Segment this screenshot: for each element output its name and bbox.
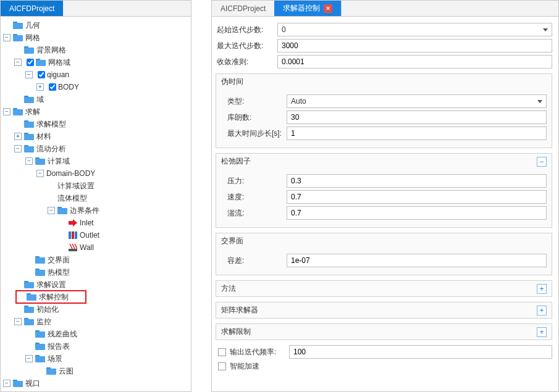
tree-node-body[interactable]: + BODY bbox=[1, 81, 191, 93]
collapse-icon[interactable]: − bbox=[3, 380, 11, 387]
tree-node-domain-leaf[interactable]: 域 bbox=[1, 93, 191, 106]
close-icon[interactable]: ✕ bbox=[324, 4, 332, 13]
node-label: 报告表 bbox=[48, 341, 70, 352]
project-tree[interactable]: 几何 − 网格 背景网格 − 网格域 − qiguan + bbox=[1, 17, 191, 391]
folder-icon bbox=[24, 120, 34, 128]
tab-label: AICFDProject bbox=[9, 4, 54, 13]
tree-node-boundary-cond[interactable]: − 边界条件 bbox=[1, 204, 191, 217]
label-max-dt: 最大时间步长[s]: bbox=[221, 128, 283, 139]
tree-node-solve-model[interactable]: 求解模型 bbox=[1, 118, 191, 130]
collapse-icon[interactable]: − bbox=[25, 157, 33, 165]
tree-node-geometry[interactable]: 几何 bbox=[1, 19, 191, 31]
toggle-placeholder bbox=[14, 96, 22, 103]
collapse-icon[interactable]: − bbox=[3, 34, 11, 41]
collapse-icon[interactable]: − bbox=[36, 170, 44, 177]
row-velocity: 速度: bbox=[221, 190, 547, 204]
node-checkbox[interactable] bbox=[27, 59, 34, 66]
input-max-dt[interactable] bbox=[287, 127, 547, 140]
node-label: qiguan bbox=[47, 70, 69, 79]
input-conv-crit[interactable] bbox=[277, 55, 552, 69]
input-courant[interactable] bbox=[287, 111, 547, 124]
tree-node-comp-domain[interactable]: − 计算域 bbox=[1, 155, 191, 167]
folder-icon bbox=[24, 318, 34, 325]
input-output-freq[interactable] bbox=[289, 345, 552, 359]
node-label: 计算域 bbox=[48, 156, 70, 167]
tree-node-cloud[interactable]: 云图 bbox=[1, 365, 191, 377]
inlet-icon bbox=[69, 219, 77, 227]
tree-node-interface[interactable]: 交界面 bbox=[1, 254, 191, 266]
tree-node-mesh[interactable]: − 网格 bbox=[1, 31, 191, 44]
node-label: 计算域设置 bbox=[57, 181, 95, 191]
collapse-icon[interactable]: − bbox=[25, 355, 33, 362]
expand-icon[interactable]: + bbox=[14, 133, 22, 140]
tree-node-solve[interactable]: − 求解 bbox=[1, 106, 191, 118]
svg-rect-3 bbox=[69, 249, 77, 251]
expand-icon[interactable]: + bbox=[537, 284, 547, 294]
checkbox-smart-accel[interactable] bbox=[218, 362, 226, 370]
tree-node-domain-settings[interactable]: 计算域设置 bbox=[1, 180, 191, 192]
node-checkbox[interactable] bbox=[38, 71, 45, 78]
select-type[interactable]: Auto bbox=[287, 94, 547, 108]
tree-node-viewport[interactable]: − 视口 bbox=[1, 377, 191, 390]
collapse-icon[interactable]: − bbox=[14, 318, 22, 325]
tree-node-background-mesh[interactable]: 背景网格 bbox=[1, 44, 191, 56]
tree-node-fluid-model[interactable]: 流体模型 bbox=[1, 192, 191, 204]
node-label: Wall bbox=[80, 243, 94, 252]
input-pressure[interactable] bbox=[287, 174, 547, 188]
collapse-icon[interactable]: − bbox=[14, 145, 22, 152]
tab-aicfdproject-left[interactable]: AICFDProject bbox=[1, 1, 63, 16]
toggle-placeholder bbox=[14, 46, 22, 54]
tree-node-report[interactable]: 报告表 bbox=[1, 340, 191, 352]
folder-icon bbox=[13, 108, 23, 115]
expand-icon[interactable]: + bbox=[537, 306, 547, 315]
tree-node-qiguan[interactable]: − qiguan bbox=[1, 69, 191, 81]
input-turb[interactable] bbox=[287, 206, 547, 220]
tree-node-inlet[interactable]: Inlet bbox=[1, 217, 191, 229]
node-label: 残差曲线 bbox=[48, 329, 77, 340]
tree-node-residual[interactable]: 残差曲线 bbox=[1, 328, 191, 340]
tree-node-wall[interactable]: Wall bbox=[1, 241, 191, 254]
row-courant: 库朗数: bbox=[221, 111, 547, 124]
tree-node-outlet[interactable]: Outlet bbox=[1, 229, 191, 241]
group-relax: 松弛因子 − 压力: 速度: 湍流: bbox=[216, 153, 552, 228]
tree-node-domain-body[interactable]: − Domain-BODY bbox=[1, 167, 191, 180]
label-courant: 库朗数: bbox=[221, 112, 283, 123]
tree-node-solve-settings[interactable]: 求解设置 bbox=[1, 278, 191, 291]
collapse-icon[interactable]: − bbox=[3, 108, 11, 115]
tab-aicfdproject-right[interactable]: AICFDProject bbox=[212, 1, 274, 16]
tree-node-monitor[interactable]: − 监控 bbox=[1, 315, 191, 328]
checkbox-output-freq[interactable] bbox=[218, 348, 226, 356]
node-label: 云图 bbox=[59, 366, 74, 377]
tab-solver-control[interactable]: 求解器控制 ✕ bbox=[274, 1, 342, 16]
collapse-icon[interactable]: − bbox=[48, 207, 55, 214]
tree-node-mesh-domain[interactable]: − 网格域 bbox=[1, 56, 191, 69]
tree-node-material[interactable]: + 材料 bbox=[1, 130, 191, 143]
collapse-icon[interactable]: − bbox=[25, 71, 33, 78]
expand-icon[interactable]: + bbox=[36, 83, 44, 91]
expand-icon[interactable]: + bbox=[537, 327, 547, 337]
tree-node-solve-control[interactable]: 求解控制 bbox=[1, 291, 191, 303]
label-velocity: 速度: bbox=[221, 192, 283, 202]
tree-node-flow-analysis[interactable]: − 流动分析 bbox=[1, 143, 191, 155]
node-checkbox[interactable] bbox=[49, 83, 56, 91]
label-max-iter: 最大迭代步数: bbox=[216, 41, 274, 51]
collapse-icon[interactable]: − bbox=[14, 59, 22, 66]
folder-icon bbox=[24, 96, 34, 103]
node-label: 流动分析 bbox=[36, 144, 66, 154]
select-value: 0 bbox=[282, 25, 286, 34]
input-max-iter[interactable] bbox=[277, 39, 552, 52]
tree-node-initialize[interactable]: 初始化 bbox=[1, 303, 191, 315]
folder-icon bbox=[13, 34, 23, 41]
input-velocity[interactable] bbox=[287, 190, 547, 204]
collapse-icon[interactable]: − bbox=[537, 157, 547, 167]
folder-icon bbox=[35, 343, 45, 350]
select-start-iter[interactable]: 0 bbox=[277, 23, 552, 36]
folder-icon bbox=[35, 269, 45, 276]
input-tolerance[interactable] bbox=[287, 254, 547, 267]
svg-rect-0 bbox=[69, 231, 71, 239]
tree-node-scene[interactable]: − 场景 bbox=[1, 352, 191, 365]
tree-node-thermal-model[interactable]: 热模型 bbox=[1, 266, 191, 278]
label-conv-crit: 收敛准则: bbox=[216, 57, 274, 67]
tree-node-result[interactable]: 结果 bbox=[1, 390, 191, 391]
row-smart-accel: 智能加速 bbox=[218, 361, 552, 372]
